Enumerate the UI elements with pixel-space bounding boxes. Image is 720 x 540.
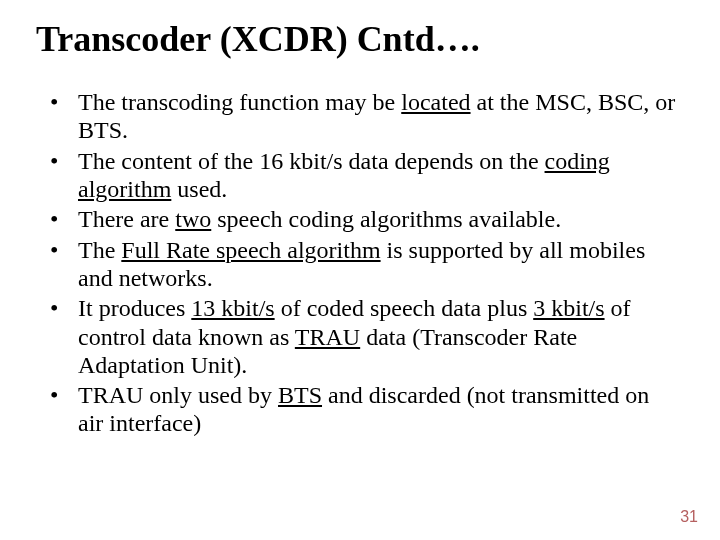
text-segment: It produces	[78, 295, 191, 321]
text-segment: The	[78, 237, 121, 263]
text-segment: 3 kbit/s	[533, 295, 604, 321]
slide: Transcoder (XCDR) Cntd…. The transcoding…	[0, 0, 720, 540]
text-segment: The content of the 16 kbit/s data depend…	[78, 148, 545, 174]
text-segment: TRAU only used by	[78, 382, 278, 408]
list-item: The Full Rate speech algorithm is suppor…	[50, 236, 680, 293]
text-segment: TRAU	[295, 324, 360, 350]
text-segment: 13 kbit/s	[191, 295, 274, 321]
list-item: The transcoding function may be located …	[50, 88, 680, 145]
list-item: The content of the 16 kbit/s data depend…	[50, 147, 680, 204]
list-item: It produces 13 kbit/s of coded speech da…	[50, 294, 680, 379]
text-segment: BTS	[278, 382, 322, 408]
text-segment: two	[175, 206, 211, 232]
page-number: 31	[680, 508, 698, 526]
text-segment: of coded speech data plus	[275, 295, 534, 321]
text-segment: located	[401, 89, 470, 115]
list-item: TRAU only used by BTS and discarded (not…	[50, 381, 680, 438]
text-segment: There are	[78, 206, 175, 232]
text-segment: Full Rate speech algorithm	[121, 237, 380, 263]
text-segment: The transcoding function may be	[78, 89, 401, 115]
list-item: There are two speech coding algorithms a…	[50, 205, 680, 233]
page-title: Transcoder (XCDR) Cntd….	[36, 18, 684, 60]
bullet-list: The transcoding function may be located …	[36, 88, 684, 438]
text-segment: speech coding algorithms available.	[211, 206, 561, 232]
text-segment: used.	[171, 176, 227, 202]
